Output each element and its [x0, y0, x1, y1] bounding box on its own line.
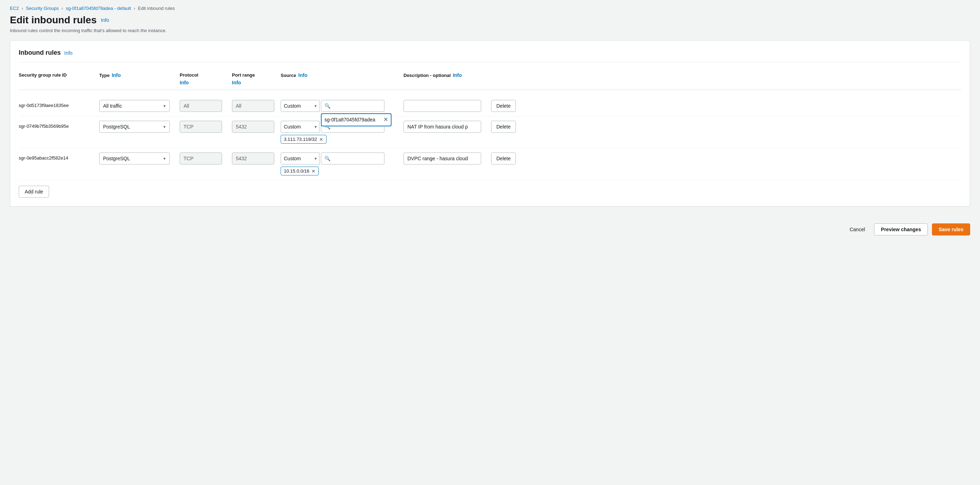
page-description: Inbound rules control the incoming traff…: [10, 28, 970, 33]
type-select-3[interactable]: PostgreSQL: [99, 153, 170, 164]
add-rule-button[interactable]: Add rule: [19, 186, 49, 198]
desc-cell-2: [404, 121, 488, 133]
card-header: Inbound rules Info: [19, 49, 961, 62]
desc-cell-3: [404, 153, 488, 164]
col-desc-info[interactable]: Info: [453, 72, 462, 78]
type-cell-3: PostgreSQL ▼: [99, 153, 177, 164]
breadcrumb-sep-2: ›: [62, 6, 63, 11]
breadcrumb-ec2[interactable]: EC2: [10, 6, 19, 11]
col-port-info[interactable]: Info: [232, 80, 241, 86]
search-icon-1: 🔍: [325, 103, 331, 109]
port-cell-3: 5432: [232, 153, 278, 164]
table-row: sgr-0e95abacc2f582e14 PostgreSQL ▼ TCP 5…: [19, 148, 961, 180]
protocol-field-3: TCP: [180, 153, 222, 164]
page-info-link[interactable]: Info: [101, 17, 109, 23]
footer-actions: Cancel Preview changes Save rules: [0, 216, 980, 243]
breadcrumb-sep-3: ›: [134, 6, 135, 11]
breadcrumb-sg-id[interactable]: sg-0f1a87045fd79adea - default: [66, 6, 131, 11]
col-source-info[interactable]: Info: [298, 72, 307, 78]
source-chip-3: 10.15.0.0/16 ✕: [281, 167, 319, 175]
type-select-1[interactable]: All traffic: [99, 100, 170, 112]
desc-input-2[interactable]: [404, 121, 481, 133]
chip-close-3[interactable]: ✕: [311, 169, 316, 174]
action-cell-1: Delete: [491, 100, 533, 112]
desc-input-3[interactable]: [404, 153, 481, 164]
source-popup-close-1[interactable]: ✕: [383, 116, 388, 123]
port-field-3: 5432: [232, 153, 274, 164]
desc-cell-1: [404, 100, 488, 112]
col-type: Type Info: [99, 72, 177, 86]
main-card: Inbound rules Info Security group rule I…: [10, 40, 970, 207]
protocol-field-2: TCP: [180, 121, 222, 133]
port-field-1: All: [232, 100, 274, 112]
col-type-info[interactable]: Info: [111, 72, 121, 78]
source-cell-1: Custom ▼ 🔍 sg-0f1a87045fd79adea ✕: [281, 100, 401, 112]
action-cell-2: Delete: [491, 121, 533, 133]
preview-button[interactable]: Preview changes: [874, 223, 928, 235]
rule-id-1: sgr-0d5173f9aee1835ee: [19, 100, 96, 108]
source-cell-3: Custom ▼ 🔍 10.15.0.0/16 ✕: [281, 153, 401, 175]
protocol-cell-1: All: [180, 100, 229, 112]
cancel-button[interactable]: Cancel: [845, 224, 870, 235]
breadcrumb-current: Edit inbound rules: [138, 6, 175, 11]
port-cell-1: All: [232, 100, 278, 112]
chip-close-2[interactable]: ✕: [319, 137, 323, 142]
source-select-3[interactable]: Custom: [281, 153, 320, 164]
card-info-link[interactable]: Info: [64, 50, 72, 56]
type-cell-1: All traffic ▼: [99, 100, 177, 112]
breadcrumb: EC2 › Security Groups › sg-0f1a87045fd79…: [0, 0, 980, 14]
protocol-cell-2: TCP: [180, 121, 229, 133]
chip-text-3: 10.15.0.0/16: [284, 169, 309, 174]
source-search-1[interactable]: [321, 100, 385, 112]
action-cell-3: Delete: [491, 153, 533, 164]
col-port-range: Port range Info: [232, 72, 278, 86]
desc-input-1[interactable]: [404, 100, 481, 112]
col-protocol-info[interactable]: Info: [180, 80, 189, 86]
delete-button-2[interactable]: Delete: [491, 121, 516, 133]
search-icon-3: 🔍: [325, 156, 331, 161]
col-actions: [491, 72, 533, 86]
card-title: Inbound rules: [19, 49, 61, 56]
breadcrumb-security-groups[interactable]: Security Groups: [26, 6, 59, 11]
source-dropdown-popup-1: sg-0f1a87045fd79adea ✕: [321, 113, 391, 126]
protocol-field-1: All: [180, 100, 222, 112]
delete-button-3[interactable]: Delete: [491, 153, 516, 164]
col-description: Description - optional Info: [404, 72, 488, 86]
source-search-3[interactable]: [321, 153, 385, 164]
port-cell-2: 5432: [232, 121, 278, 133]
source-popup-text-1: sg-0f1a87045fd79adea: [325, 117, 381, 122]
col-rule-id: Security group rule ID: [19, 72, 96, 86]
col-source: Source Info: [281, 72, 401, 86]
type-select-2[interactable]: PostgreSQL: [99, 121, 170, 133]
rule-id-2: sgr-0749b7f5b3569b95e: [19, 121, 96, 129]
table-row: sgr-0749b7f5b3569b95e PostgreSQL ▼ TCP 5…: [19, 116, 961, 148]
source-chip-2: 3.111.73.119/32 ✕: [281, 135, 326, 144]
table-row: sgr-0d5173f9aee1835ee All traffic ▼ All …: [19, 95, 961, 116]
page-title: Edit inbound rules: [10, 14, 97, 26]
type-cell-2: PostgreSQL ▼: [99, 121, 177, 133]
breadcrumb-sep-1: ›: [22, 6, 23, 11]
page-header: Edit inbound rules Info Inbound rules co…: [0, 14, 980, 40]
delete-button-1[interactable]: Delete: [491, 100, 516, 112]
col-protocol: Protocol Info: [180, 72, 229, 86]
port-field-2: 5432: [232, 121, 274, 133]
table-header: Security group rule ID Type Info Protoco…: [19, 70, 961, 90]
chip-text-2: 3.111.73.119/32: [284, 137, 317, 142]
source-select-2[interactable]: Custom: [281, 121, 320, 133]
source-select-1[interactable]: Custom: [281, 100, 320, 112]
rule-id-3: sgr-0e95abacc2f582e14: [19, 153, 96, 161]
protocol-cell-3: TCP: [180, 153, 229, 164]
save-button[interactable]: Save rules: [932, 223, 970, 235]
